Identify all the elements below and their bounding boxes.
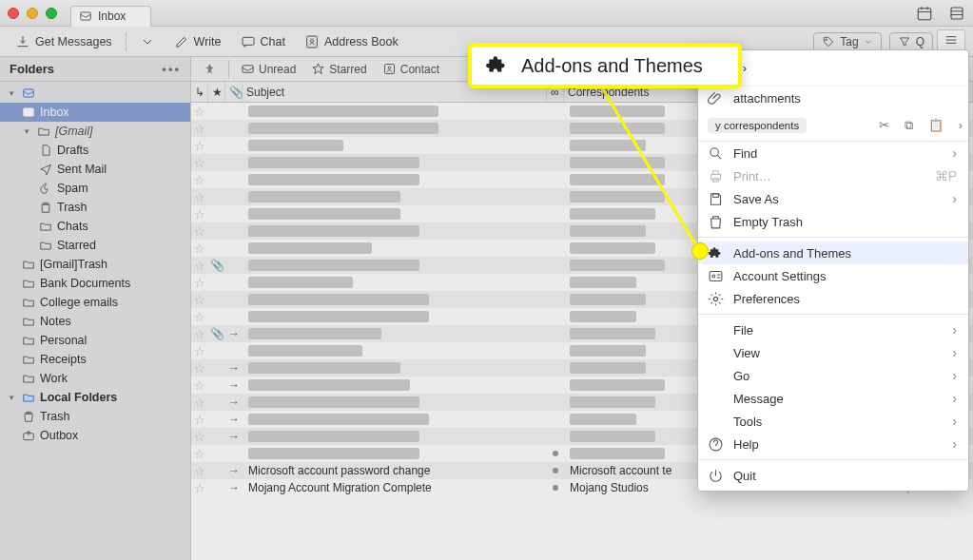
folder-bank-documents[interactable]: Bank Documents <box>0 274 190 293</box>
contact-icon <box>382 62 397 76</box>
folder-inbox[interactable]: Inbox <box>0 103 190 122</box>
menu-item-view[interactable]: View› <box>698 341 968 364</box>
star-icon <box>311 62 325 76</box>
svg-rect-0 <box>81 12 91 20</box>
menu-item-go[interactable]: Go› <box>698 364 968 387</box>
sent-icon <box>39 163 52 176</box>
minimize-window-button[interactable] <box>27 8 38 19</box>
svg-point-5 <box>310 39 313 42</box>
menu-item-addons[interactable]: Add-ons and Themes <box>698 241 968 264</box>
puzzle-icon <box>485 53 510 78</box>
col-star[interactable]: ★ <box>208 82 225 102</box>
menu-item-file[interactable]: File› <box>698 319 968 341</box>
svg-rect-15 <box>713 170 719 174</box>
menu-item-help[interactable]: Help› <box>698 433 968 455</box>
local-trash[interactable]: Trash <box>0 407 190 426</box>
folder-gmail[interactable]: ▾[Gmail] <box>0 122 190 141</box>
folder-personal[interactable]: Personal <box>0 331 190 350</box>
copy-button[interactable]: ⧉ <box>905 118 913 133</box>
paste-button[interactable]: 📋 <box>928 118 944 133</box>
tag-icon <box>822 35 835 48</box>
svg-rect-18 <box>710 271 722 280</box>
download-icon <box>15 34 30 49</box>
window-titlebar: Inbox <box>0 0 973 27</box>
local-outbox[interactable]: Outbox <box>0 426 190 445</box>
save-icon <box>708 191 724 207</box>
filter-unread[interactable]: Unread <box>235 60 302 78</box>
menu-item-account-settings[interactable]: Account Settings <box>698 264 968 287</box>
submenu-chevron[interactable]: › <box>959 118 963 133</box>
quick-filter-button[interactable]: Q <box>889 32 933 51</box>
folder-tree: ▾ Inbox ▾[Gmail] Drafts Sent Mail Spam T… <box>0 82 190 447</box>
get-messages-button[interactable]: Get Messages <box>8 31 120 52</box>
folder-spam[interactable]: Spam <box>0 179 190 198</box>
address-book-button[interactable]: Address Book <box>297 31 406 52</box>
folder-gmail-trash[interactable]: [Gmail]Trash <box>0 255 190 274</box>
local-folders-root[interactable]: ▾Local Folders <box>0 388 190 407</box>
folder-icon <box>37 125 50 138</box>
folder-notes[interactable]: Notes <box>0 312 190 331</box>
menu-item-find[interactable]: Find› <box>698 142 968 164</box>
funnel-icon <box>898 35 911 48</box>
inbox-icon <box>79 10 92 23</box>
app-menu-popup: ew› attachments y correspondents ✂ ⧉ 📋 ›… <box>697 49 969 492</box>
folder-icon <box>22 372 35 385</box>
trash-icon <box>22 410 35 423</box>
maximize-window-button[interactable] <box>46 8 57 19</box>
folder-icon <box>39 220 52 233</box>
mail-account-icon <box>22 87 35 100</box>
svg-rect-2 <box>951 8 963 19</box>
document-icon <box>39 144 52 157</box>
chat-button[interactable]: Chat <box>233 31 293 52</box>
col-threading[interactable]: ↳ <box>191 82 208 102</box>
trash-icon <box>708 214 724 230</box>
folder-starred[interactable]: Starred <box>0 236 190 255</box>
filter-contact[interactable]: Contact <box>377 60 445 78</box>
sort-badge[interactable]: y correspondents <box>708 118 807 133</box>
unread-icon <box>241 62 255 76</box>
close-window-button[interactable] <box>8 8 19 19</box>
tag-button[interactable]: Tag <box>813 32 881 51</box>
id-icon <box>708 268 724 284</box>
get-messages-dropdown[interactable] <box>132 31 163 52</box>
svg-rect-3 <box>243 37 254 45</box>
menu-item-preferences[interactable]: Preferences <box>698 287 968 310</box>
folder-drafts[interactable]: Drafts <box>0 141 190 160</box>
menu-item-tools[interactable]: Tools› <box>698 410 968 433</box>
menu-item-empty-trash[interactable]: Empty Trash <box>698 210 968 233</box>
callout-text: Add-ons and Themes <box>521 55 703 77</box>
menu-item-save-as[interactable]: Save As› <box>698 187 968 210</box>
account-root[interactable]: ▾ <box>0 84 190 103</box>
pin-icon <box>203 62 217 76</box>
filter-starred[interactable]: Starred <box>305 60 372 78</box>
folder-receipts[interactable]: Receipts <box>0 350 190 369</box>
annotation-endpoint-dot <box>691 242 709 260</box>
window-controls <box>8 8 57 19</box>
svg-point-13 <box>710 147 719 156</box>
folder-chats[interactable]: Chats <box>0 217 190 236</box>
chevron-down-icon <box>140 34 155 49</box>
menu-item-quit[interactable]: Quit <box>698 464 968 487</box>
menu-item-message[interactable]: Message› <box>698 387 968 410</box>
quick-filter-toggle[interactable] <box>197 60 223 78</box>
folder-icon <box>22 391 35 404</box>
annotation-callout: Add-ons and Themes <box>468 43 742 88</box>
paperclip-icon <box>708 90 724 106</box>
folder-icon <box>22 353 35 366</box>
write-button[interactable]: Write <box>166 31 229 52</box>
outbox-icon <box>22 429 35 442</box>
col-attachment[interactable]: 📎 <box>225 82 243 102</box>
tab-inbox[interactable]: Inbox <box>70 6 151 27</box>
folders-pane-header: Folders ••• <box>0 57 190 82</box>
folder-sent[interactable]: Sent Mail <box>0 160 190 179</box>
addressbook-icon <box>304 34 320 49</box>
tasks-icon[interactable] <box>948 5 965 22</box>
menu-item-attachments[interactable]: attachments <box>698 87 968 109</box>
folder-work[interactable]: Work <box>0 369 190 388</box>
search-icon <box>708 145 724 162</box>
calendar-icon[interactable] <box>916 5 933 22</box>
cut-button[interactable]: ✂ <box>879 118 889 133</box>
folder-pane-options-button[interactable]: ••• <box>162 62 181 76</box>
folder-trash[interactable]: Trash <box>0 198 190 217</box>
folder-college-emails[interactable]: College emails <box>0 293 190 312</box>
